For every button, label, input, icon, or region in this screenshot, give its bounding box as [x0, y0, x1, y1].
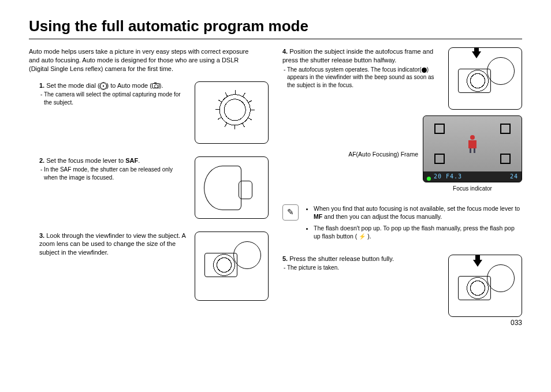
- step-4-text: Position the subject inside the autofocu…: [282, 48, 433, 64]
- step-2-number: 2.: [39, 157, 44, 164]
- step-1: 1. Set the mode dial () to Auto mode ().…: [29, 81, 269, 144]
- step-5: 5. Press the shutter release button full…: [282, 255, 522, 317]
- step-1-text-c: ).: [159, 82, 163, 89]
- focus-indicator-dot: [427, 177, 431, 181]
- page-number: 033: [29, 318, 522, 327]
- lcd-info-bar: 20 F4.3 24: [423, 171, 522, 182]
- step-4-illustration: [448, 47, 522, 110]
- content-columns: Auto mode helps users take a picture in …: [29, 47, 522, 317]
- auto-mode-camera-icon: [152, 83, 159, 88]
- step-2-sub: - In the SAF mode, the shutter can be re…: [39, 166, 187, 181]
- step-4: 4. Position the subject inside the autof…: [282, 47, 522, 110]
- viewfinder-lcd: 20 F4.3 24: [423, 115, 522, 182]
- flash-icon: [359, 233, 366, 240]
- step-3-illustration: [195, 232, 269, 301]
- right-column: 4. Position the subject inside the autof…: [282, 47, 522, 317]
- step-2-illustration: [195, 156, 269, 219]
- note-item-1: When you find that auto focusing is not …: [314, 204, 522, 221]
- intro-text: Auto mode helps users take a picture in …: [29, 47, 254, 73]
- step-1-illustration: [195, 81, 269, 144]
- step-2-text-a: Set the focus mode lever to: [46, 157, 125, 164]
- step-2-text-b: .: [138, 157, 140, 164]
- af-frame-block: AF(Auto Focusing) Frame: [282, 115, 522, 193]
- lcd-right-readout: 24: [510, 173, 518, 181]
- step-5-number: 5.: [282, 255, 288, 262]
- step-1-text-a: Set the mode dial (: [46, 82, 99, 89]
- note-item-2: The flash doesn't pop up. To pop up the …: [314, 224, 522, 241]
- focus-indicator-label: Focus indicator: [423, 185, 522, 193]
- step-1-number: 1.: [39, 82, 44, 89]
- note-box: ✎ When you find that auto focusing is no…: [282, 204, 522, 244]
- step-3-number: 3.: [39, 232, 44, 239]
- step-5-sub: - The picture is taken.: [282, 264, 440, 272]
- step-3: 3. Look through the viewfinder to view t…: [29, 232, 269, 301]
- step-1-sub: - The camera will select the optimal cap…: [39, 91, 187, 106]
- left-column: Auto mode helps users take a picture in …: [29, 47, 269, 317]
- step-5-illustration: [448, 255, 522, 317]
- step-5-text: Press the shutter release button fully.: [289, 255, 394, 262]
- focus-indicator-icon: [422, 68, 427, 73]
- af-frame-label: AF(Auto Focusing) Frame: [348, 150, 418, 158]
- lcd-left-readout: 20 F4.3: [434, 173, 462, 181]
- step-4-sub-a: - The autofocus system operates. The foc…: [284, 66, 422, 73]
- step-2-saf: SAF: [125, 157, 138, 164]
- step-2: 2. Set the focus mode lever to SAF. - In…: [29, 156, 269, 219]
- step-4-number: 4.: [282, 48, 288, 55]
- mode-dial-icon: [100, 83, 107, 89]
- af-leader-line: [423, 144, 423, 144]
- step-3-text: Look through the viewfinder to view the …: [39, 232, 185, 256]
- page-title: Using the full automatic program mode: [29, 16, 522, 39]
- step-1-text-b: ) to Auto mode (: [107, 82, 152, 89]
- subject-figure: [466, 135, 479, 152]
- note-pencil-icon: ✎: [282, 204, 299, 221]
